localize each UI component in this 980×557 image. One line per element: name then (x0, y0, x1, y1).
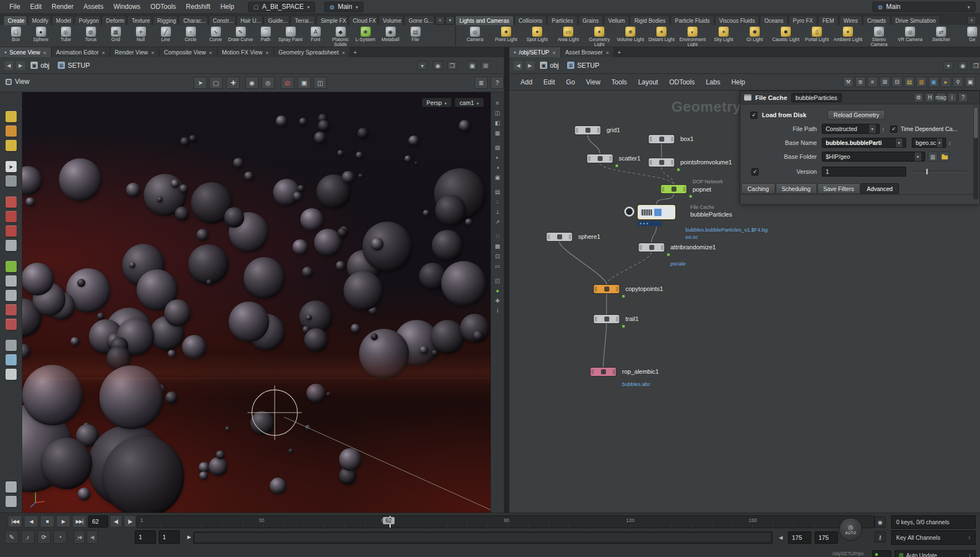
pose-green-icon[interactable] (6, 261, 17, 272)
character-icon[interactable] (6, 275, 17, 287)
set-range-start-button[interactable]: [◀ (74, 530, 85, 544)
houdini-expression-icon[interactable]: H (925, 93, 934, 102)
pane-divider[interactable] (504, 74, 509, 513)
paint-bucket-icon[interactable] (6, 369, 17, 380)
wrench-icon[interactable]: ⚒ (843, 77, 853, 87)
node-attribrandomize1[interactable] (639, 243, 664, 252)
version-checkbox[interactable] (751, 168, 759, 175)
lighting-icon[interactable]: ◐ (496, 154, 499, 161)
node-popnet[interactable] (661, 185, 686, 193)
snap-icon[interactable]: ◉ (245, 77, 259, 89)
wireframe-icon[interactable]: ▦ (495, 130, 500, 137)
set-range-end-button[interactable]: ◀] (87, 530, 98, 544)
shelf-tool[interactable]: ✹ Caustic Light (770, 26, 801, 47)
step-forward-button[interactable]: |▶ (124, 515, 136, 528)
transform-gray-icon[interactable] (6, 240, 17, 251)
shelf-tool[interactable]: ⌒ Path (253, 26, 278, 47)
node-input-flag[interactable] (547, 234, 550, 239)
node-output-flag[interactable] (597, 128, 600, 133)
node-trail1[interactable] (594, 315, 619, 323)
back-icon[interactable]: ◀ (514, 61, 523, 70)
projection-selector[interactable]: Persp (422, 98, 452, 107)
global-range-end-field[interactable]: 175 (815, 531, 838, 544)
add-shelf-tab-button[interactable] (967, 16, 976, 24)
pin-icon[interactable]: ◉ (958, 61, 968, 70)
multi-snap-icon[interactable]: ◎ (261, 77, 275, 89)
particles-icon[interactable]: ∷ (496, 233, 499, 240)
forward-icon[interactable]: ▶ (16, 61, 25, 70)
forward-icon[interactable]: ▶ (526, 61, 534, 70)
float-panel-icon[interactable]: ❐ (971, 61, 980, 70)
view-lock-icon[interactable]: ▣ (297, 77, 311, 89)
shelf-tab[interactable]: Hair U... (236, 16, 264, 25)
viewport-help-icon[interactable]: ? (491, 77, 504, 89)
path-history-icon[interactable]: ▾ (417, 61, 427, 70)
param-tab[interactable]: Save Filters (817, 183, 860, 194)
loop-icon[interactable]: ⟳ (37, 530, 50, 544)
back-icon[interactable]: ◀ (4, 61, 13, 70)
close-icon[interactable] (552, 49, 556, 56)
pin-icon[interactable]: ◉ (433, 61, 443, 70)
network-menu-item[interactable]: Layout (634, 77, 663, 87)
pin-yellow-icon[interactable] (6, 140, 17, 151)
shelf-tool[interactable]: ✵ Volume Light (615, 26, 646, 47)
shelf-tab[interactable]: Gone G... (404, 16, 435, 25)
jump-to-end-button[interactable]: ▶▶| (72, 515, 87, 528)
network-box-icon[interactable]: ▥ (916, 77, 927, 87)
param-tab[interactable]: Advanced (861, 183, 899, 194)
param-tab[interactable]: Scheduling (776, 183, 817, 194)
camera-icon[interactable]: ▣ (495, 174, 500, 181)
desktop-selector[interactable]: ▢ A_Bit_SPACE (248, 2, 315, 12)
network-menu-item[interactable]: Add (516, 77, 537, 87)
range-end-arrow-icon[interactable]: ◀ (776, 531, 786, 544)
file-path-mode-dropdown[interactable]: Constructed (822, 124, 880, 134)
node-scatter1[interactable] (587, 154, 613, 163)
node-output-flag[interactable] (671, 137, 674, 142)
playback-end-field[interactable]: 175 (788, 531, 811, 544)
stop-button[interactable]: ■ (40, 515, 54, 528)
globe-icon[interactable] (6, 354, 17, 365)
auto-update-selector[interactable]: Auto Update (895, 550, 976, 557)
realtime-toggle-icon[interactable]: ◔ (53, 530, 67, 544)
pane-tab[interactable]: ▾ Scene View (0, 47, 52, 57)
pane-tab[interactable]: ▾ /obj/SETUP (509, 47, 561, 57)
version-field[interactable]: 1 (822, 167, 906, 177)
node-output-flag[interactable] (661, 245, 664, 250)
spinner-icon[interactable] (880, 124, 887, 134)
shelf-tab[interactable]: Constr... (209, 16, 236, 25)
auto-key-toggle-icon[interactable]: ⚷ (875, 531, 886, 543)
close-icon[interactable] (341, 49, 345, 56)
shelf-tool[interactable]: ∿ Curve (203, 26, 228, 47)
breadcrumb-node[interactable]: ⊞ SETUP (55, 61, 93, 70)
global-range-start-field[interactable]: 1 (135, 530, 156, 544)
node-input-flag[interactable] (639, 245, 642, 250)
shelf-tab[interactable]: Polygon (74, 16, 101, 25)
shelf-tool[interactable]: ● Sphere (28, 26, 53, 47)
close-icon[interactable] (209, 49, 213, 56)
volume-icon[interactable]: ▩ (495, 243, 500, 250)
time-dependent-checkbox[interactable] (890, 126, 897, 133)
file-chooser-list-icon[interactable]: ▥ (928, 152, 938, 162)
display-options-icon[interactable]: ≣ (474, 77, 488, 89)
node-pointsfromvolume1[interactable] (649, 158, 674, 167)
shelf-tool[interactable]: ✺ GI Light (739, 26, 770, 47)
node-input-flag[interactable] (594, 317, 597, 322)
node-output-flag[interactable] (569, 234, 572, 239)
shelf-tool[interactable]: ▯ Portal Light (801, 26, 832, 47)
keyframe-options-icon[interactable]: ✎ (5, 530, 18, 544)
face-icon[interactable] (6, 290, 17, 301)
add-shelf-tab-button[interactable] (436, 16, 444, 24)
lock-icon[interactable] (6, 175, 17, 187)
pane-tab[interactable]: ▾ Geometry Spreadsheet (274, 47, 350, 57)
node-input-flag[interactable] (661, 187, 664, 192)
vectors-icon[interactable]: ↗ (495, 219, 499, 225)
shading-mode-icon[interactable]: ◧ (495, 120, 500, 127)
display-flag-icon[interactable]: ▣ (928, 77, 939, 87)
paint-red-icon[interactable] (6, 197, 17, 208)
node-input-flag[interactable] (649, 137, 652, 142)
delete-red-icon[interactable] (6, 225, 17, 237)
shelf-tab[interactable]: Lights and Cameras (455, 16, 514, 25)
shelf-tab[interactable]: Particles (547, 16, 577, 25)
network-menu-item[interactable]: Help (727, 77, 750, 87)
network-canvas[interactable]: Geometry grid1box1scatter1pointsfromvolu… (509, 91, 980, 513)
